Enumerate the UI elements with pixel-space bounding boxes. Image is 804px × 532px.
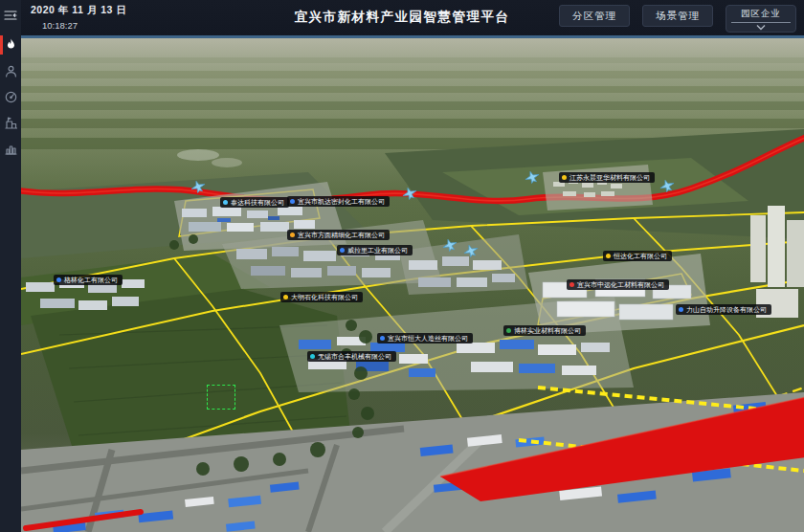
company-label[interactable]: 宜兴市方圆精细化工有限公司 bbox=[287, 230, 390, 240]
current-time: 10:18:27 bbox=[42, 20, 126, 31]
company-label[interactable]: 江苏永晨亚华材料有限公司 bbox=[559, 172, 655, 183]
company-pin-icon bbox=[290, 233, 295, 237]
scene-management-button[interactable]: 场景管理 bbox=[642, 5, 713, 27]
company-label-text: 大明石化科技有限公司 bbox=[291, 294, 358, 300]
company-label-text: 宜兴市中远化工材料有限公司 bbox=[577, 281, 664, 288]
company-pin-icon bbox=[679, 307, 683, 312]
company-label[interactable]: 格林化工有限公司 bbox=[54, 275, 123, 285]
company-label-text: 力山自动升降设备有限公司 bbox=[686, 306, 767, 313]
menu-icon[interactable] bbox=[0, 5, 21, 26]
company-pin-icon bbox=[340, 248, 345, 253]
chevron-down-icon bbox=[755, 24, 767, 31]
company-label[interactable]: 恒达化工有限公司 bbox=[603, 251, 672, 261]
gauge-icon[interactable] bbox=[0, 86, 21, 107]
top-header: 2020 年 11 月 13 日 10:18:27 宜兴市新材料产业园智慧管理平… bbox=[0, 0, 804, 38]
factory-icon[interactable] bbox=[0, 112, 21, 133]
bar-chart-icon[interactable] bbox=[0, 138, 21, 159]
park-enterprise-dropdown-label: 园区企业 bbox=[731, 8, 791, 23]
company-label-text: 威拉里工业有限公司 bbox=[347, 247, 408, 254]
company-label[interactable]: 力山自动升降设备有限公司 bbox=[676, 304, 771, 315]
company-label-text: 格林化工有限公司 bbox=[64, 277, 118, 283]
selection-box bbox=[207, 385, 235, 410]
map-3d-scene bbox=[21, 38, 804, 532]
left-sidebar bbox=[0, 0, 21, 532]
company-pin-icon bbox=[56, 277, 61, 282]
company-label-text: 泰达科技有限公司 bbox=[231, 199, 284, 206]
company-pin-icon bbox=[290, 199, 295, 204]
company-label-text: 宜兴市恒大人造丝有限公司 bbox=[388, 335, 468, 342]
current-date: 2020 年 11 月 13 日 bbox=[31, 4, 126, 17]
flame-icon[interactable] bbox=[0, 34, 21, 55]
company-label[interactable]: 宜兴市恒大人造丝有限公司 bbox=[377, 333, 473, 344]
company-label[interactable]: 威拉里工业有限公司 bbox=[337, 245, 413, 255]
park-enterprise-dropdown[interactable]: 园区企业 bbox=[726, 5, 796, 33]
company-pin-icon bbox=[606, 254, 611, 258]
company-label[interactable]: 博林实业材料有限公司 bbox=[503, 325, 586, 336]
company-label-text: 无锡市合丰机械有限公司 bbox=[318, 353, 391, 360]
company-label-text: 宜兴市凯达密封化工有限公司 bbox=[298, 198, 385, 205]
company-pin-icon bbox=[570, 282, 574, 287]
company-label[interactable]: 宜兴市中远化工材料有限公司 bbox=[567, 279, 669, 290]
company-label[interactable]: 无锡市合丰机械有限公司 bbox=[307, 351, 396, 362]
company-label-text: 宜兴市方圆精细化工有限公司 bbox=[298, 232, 385, 238]
company-pin-icon bbox=[380, 336, 385, 341]
company-label[interactable]: 泰达科技有限公司 bbox=[220, 197, 289, 208]
company-label[interactable]: 宜兴市凯达密封化工有限公司 bbox=[287, 196, 390, 207]
zone-management-button[interactable]: 分区管理 bbox=[559, 5, 630, 27]
company-label-text: 江苏永晨亚华材料有限公司 bbox=[570, 174, 650, 181]
company-pin-icon bbox=[283, 295, 288, 299]
company-label-text: 博林实业材料有限公司 bbox=[514, 327, 581, 334]
company-pin-icon bbox=[562, 175, 567, 180]
company-pin-icon bbox=[223, 200, 228, 205]
header-actions: 分区管理 场景管理 园区企业 bbox=[559, 5, 796, 33]
company-pin-icon bbox=[506, 328, 511, 333]
datetime-block: 2020 年 11 月 13 日 10:18:27 bbox=[31, 4, 126, 31]
company-label[interactable]: 大明石化科技有限公司 bbox=[280, 292, 363, 302]
map-3d-viewport[interactable]: 泰达科技有限公司宜兴市凯达密封化工有限公司宜兴市方圆精细化工有限公司威拉里工业有… bbox=[21, 38, 804, 532]
user-icon[interactable] bbox=[0, 60, 21, 81]
company-pin-icon bbox=[310, 354, 315, 359]
company-label-text: 恒达化工有限公司 bbox=[614, 253, 667, 259]
